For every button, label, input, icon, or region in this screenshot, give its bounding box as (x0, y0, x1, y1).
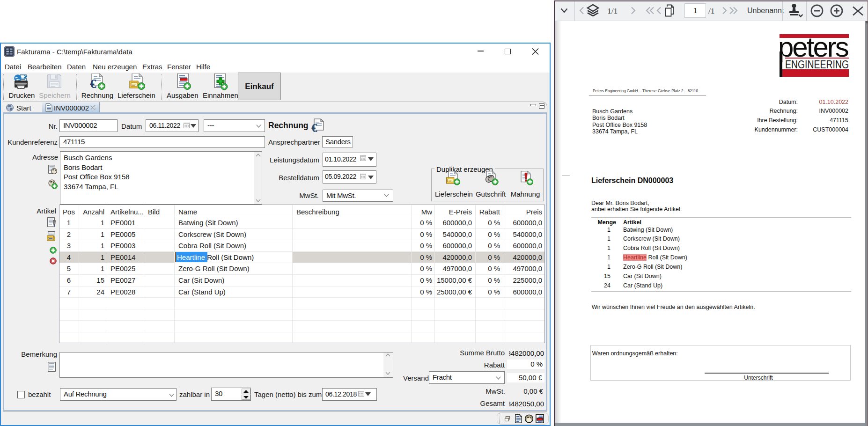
svg-text:€: € (90, 77, 96, 90)
svg-text:€: € (311, 122, 317, 133)
